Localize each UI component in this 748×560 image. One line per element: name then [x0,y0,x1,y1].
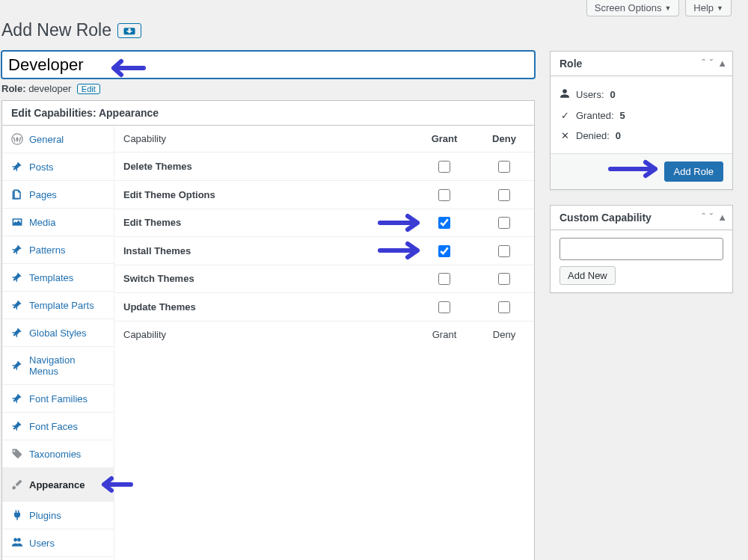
col-deny: Deny [474,126,534,153]
grant-checkbox[interactable] [438,217,450,229]
tab-label: Posts [29,161,54,173]
tab-label: Global Styles [29,327,87,339]
tab-font-families[interactable]: Font Families [2,385,114,413]
tab-font-faces[interactable]: Font Faces [2,413,114,440]
tab-template-parts[interactable]: Template Parts [2,292,114,319]
pin-icon [11,299,23,311]
tab-label: Navigation Menus [29,354,105,377]
edit-slug-button[interactable]: Edit [77,84,100,94]
deny-checkbox[interactable] [498,273,510,285]
col-capability: Capability [114,126,414,153]
tab-posts[interactable]: Posts [2,153,114,181]
capability-name: Edit Themes [114,209,414,237]
add-custom-cap-button[interactable]: Add New [560,266,616,285]
tab-custom[interactable]: Custom [2,557,114,560]
clone-icon[interactable] [117,23,141,38]
user-icon [560,88,570,101]
tab-label: Pages [29,189,57,200]
pin-icon [11,393,23,404]
screen-options-button[interactable]: Screen Options ▼ [586,0,680,16]
tab-label: Users [29,538,55,549]
annotation-arrow-icon [607,159,666,179]
role-panel-title: Role [551,52,591,76]
capability-name: Install Themes [114,237,414,265]
tab-label: Taxonomies [29,449,81,460]
cross-icon: ✕ [560,130,570,141]
deny-checkbox[interactable] [498,217,510,229]
chevron-up-icon[interactable]: ˆ [699,210,707,224]
tab-patterns[interactable]: Patterns [2,236,114,264]
capability-row: Install Themes [114,237,534,265]
chevron-down-icon[interactable]: ˇ [708,56,715,70]
custom-capability-postbox: Custom Capability ˆ ˇ ▲ Add New [550,205,733,293]
chevron-down-icon[interactable]: ˇ [708,210,715,224]
chevron-up-icon[interactable]: ˆ [699,56,707,70]
svg-rect-1 [13,191,14,200]
grant-checkbox[interactable] [438,273,450,285]
pin-icon [11,327,23,339]
tab-plugins[interactable]: Plugins [2,502,114,529]
capabilities-postbox: Edit Capabilities: Appearance GeneralPos… [1,100,535,560]
grant-checkbox[interactable] [438,189,450,201]
pin-icon [11,161,23,173]
grant-checkbox[interactable] [438,245,450,257]
grant-checkbox[interactable] [438,301,450,313]
pin-icon [11,271,23,283]
capabilities-title: Edit Capabilities: Appearance [2,101,168,125]
media-icon [11,216,23,228]
tab-appearance[interactable]: Appearance [2,468,114,502]
tab-templates[interactable]: Templates [2,264,114,292]
role-slug-row: Role: developer Edit [1,79,535,100]
capability-name: Delete Themes [114,153,414,181]
col-deny-footer: Deny [474,321,534,348]
custom-capability-input[interactable] [560,238,723,260]
role-name-input[interactable] [1,51,535,79]
col-capability-footer: Capability [114,321,414,348]
tab-media[interactable]: Media [2,209,114,236]
tab-navigation-menus[interactable]: Navigation Menus [2,347,114,385]
tab-label: Font Faces [29,421,78,432]
col-grant: Grant [414,126,474,153]
tab-general[interactable]: General [2,126,114,153]
stat-users: Users: 0 [560,84,723,105]
capability-row: Switch Themes [114,265,534,293]
pin-icon [11,244,23,256]
tab-label: Template Parts [29,300,94,311]
tab-label: Font Families [29,393,88,404]
users-icon [11,537,23,549]
tab-label: General [29,134,64,145]
custom-cap-title: Custom Capability [551,206,660,230]
capability-row: Edit Theme Options [114,181,534,209]
tab-taxonomies[interactable]: Taxonomies [2,440,114,468]
wp-icon [11,133,23,145]
tab-label: Media [29,217,55,228]
stat-granted: ✓ Granted: 5 [560,105,723,126]
brush-icon [11,479,23,490]
deny-checkbox[interactable] [498,161,510,173]
tab-global-styles[interactable]: Global Styles [2,319,114,347]
help-button[interactable]: Help ▼ [685,0,732,16]
deny-checkbox[interactable] [498,301,510,313]
deny-checkbox[interactable] [498,189,510,201]
tag-icon [11,448,23,460]
capability-row: Delete Themes [114,153,534,181]
collapse-icon[interactable]: ▲ [715,210,729,224]
tab-users[interactable]: Users [2,529,114,557]
role-summary-postbox: Role ˆ ˇ ▲ Users: 0 ✓ [550,51,733,190]
capability-name: Update Themes [114,293,414,321]
capability-row: Edit Themes [114,209,534,237]
pin-icon [11,360,23,372]
pin-icon [11,420,23,432]
tab-pages[interactable]: Pages [2,181,114,209]
chevron-down-icon: ▼ [717,4,723,12]
deny-checkbox[interactable] [498,245,510,257]
capability-row: Update Themes [114,293,534,321]
collapse-icon[interactable]: ▲ [715,56,729,70]
tab-label: Plugins [29,510,61,521]
chevron-down-icon: ▼ [664,4,671,12]
tab-label: Appearance [29,479,85,490]
stat-denied: ✕ Denied: 0 [560,126,723,146]
grant-checkbox[interactable] [438,161,450,173]
tab-label: Templates [29,272,73,283]
add-role-button[interactable]: Add Role [664,161,723,182]
